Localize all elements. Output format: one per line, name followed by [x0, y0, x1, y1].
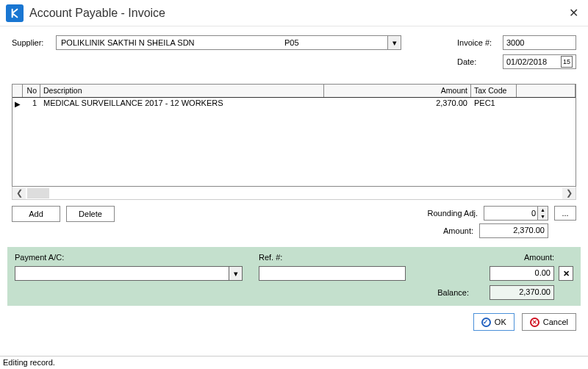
delete-button[interactable]: Delete	[66, 206, 115, 222]
col-tax-code[interactable]: Tax Code	[471, 85, 517, 97]
ellipsis-button[interactable]: ...	[554, 206, 576, 221]
dialog-buttons: OK Cancel	[0, 306, 588, 338]
add-button[interactable]: Add	[12, 206, 60, 222]
app-icon	[6, 4, 24, 22]
amount-label: Amount:	[443, 226, 473, 235]
amount-total-field: 2,370.00	[479, 223, 548, 238]
table-row[interactable]: ▶ 1 MEDICAL SURVEILLANCE 2017 - 12 WORKE…	[12, 98, 576, 110]
date-field[interactable]: 01/02/2018 15	[503, 54, 576, 69]
title-bar: Account Payable - Invoice ✕	[0, 0, 588, 26]
grid-header: No Description Amount Tax Code	[12, 85, 576, 98]
check-icon	[481, 318, 491, 327]
balance-field: 2,370.00	[490, 285, 554, 300]
col-no[interactable]: No	[23, 85, 40, 97]
supplier-combo[interactable]: POLIKLINIK SAKTHI N SHEILA SDN P05 ▾	[56, 35, 401, 50]
totals-area: Add Delete Rounding Adj. 0 ▲ ▼ ... Amoun…	[0, 200, 588, 243]
rounding-adj-label: Rounding Adj.	[428, 209, 478, 218]
rounding-adj-field[interactable]: 0 ▲ ▼	[484, 206, 548, 221]
ok-button[interactable]: OK	[473, 313, 514, 331]
chevron-down-icon[interactable]: ▾	[229, 267, 242, 280]
spin-down-icon[interactable]: ▼	[537, 213, 548, 220]
col-description[interactable]: Description	[40, 85, 324, 97]
close-icon[interactable]: ✕	[559, 0, 588, 26]
clear-payment-button[interactable]: ✕	[559, 266, 573, 281]
line-items-grid: No Description Amount Tax Code ▶ 1 MEDIC…	[12, 84, 576, 187]
supplier-code: P05	[284, 38, 387, 47]
col-amount[interactable]: Amount	[324, 85, 471, 97]
invoice-no-label: Invoice #:	[457, 38, 503, 47]
supplier-label: Supplier:	[12, 38, 56, 47]
horizontal-scrollbar[interactable]: ❮ ❯	[12, 187, 576, 200]
ref-no-label: Ref. #:	[259, 253, 291, 262]
date-label: Date:	[457, 57, 503, 66]
supplier-name: POLIKLINIK SAKTHI N SHEILA SDN	[57, 38, 284, 47]
spin-up-icon[interactable]: ▲	[537, 207, 548, 213]
row-indicator-icon: ▶	[15, 100, 21, 108]
status-bar: Editing record.	[0, 356, 588, 369]
chevron-down-icon[interactable]: ▾	[387, 36, 401, 49]
pay-amount-label: Amount:	[524, 253, 554, 262]
payment-ac-combo[interactable]: ▾	[15, 266, 243, 281]
window-title: Account Payable - Invoice	[29, 7, 559, 20]
scroll-left-icon[interactable]: ❮	[12, 187, 26, 199]
ref-no-field[interactable]	[259, 266, 406, 281]
header-form: Supplier: POLIKLINIK SAKTHI N SHEILA SDN…	[0, 26, 588, 78]
balance-label: Balance:	[437, 288, 469, 297]
scroll-right-icon[interactable]: ❯	[562, 187, 576, 199]
calendar-icon[interactable]: 15	[561, 56, 573, 68]
payment-panel: Payment A/C: Ref. #: Amount: ▾ 0.00 ✕ Ba…	[7, 247, 581, 306]
cancel-icon	[530, 318, 539, 327]
pay-amount-field[interactable]: 0.00	[490, 266, 554, 281]
cancel-button[interactable]: Cancel	[522, 313, 576, 331]
invoice-no-field[interactable]: 3000	[503, 35, 576, 50]
payment-ac-label: Payment A/C:	[15, 253, 72, 262]
scroll-thumb[interactable]	[27, 188, 49, 198]
